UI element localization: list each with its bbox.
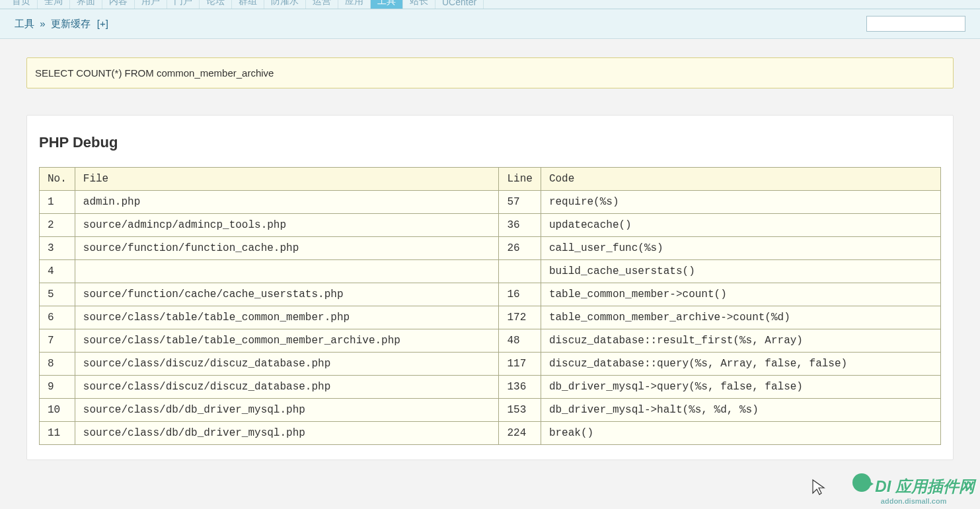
nav-tab-12[interactable]: 站长	[403, 0, 435, 9]
nav-tab-7[interactable]: 群组	[232, 0, 264, 9]
cell-file: source/class/table/table_common_member_a…	[75, 329, 499, 353]
nav-tab-13[interactable]: UCenter	[435, 0, 484, 9]
table-row: 3source/function/function_cache.php26cal…	[40, 237, 941, 260]
table-row: 10source/class/db/db_driver_mysql.php153…	[40, 399, 941, 422]
table-row: 4build_cache_userstats()	[40, 260, 941, 283]
nav-tab-4[interactable]: 用户	[135, 0, 167, 9]
cell-line: 16	[499, 283, 541, 306]
col-code: Code	[541, 168, 940, 191]
cell-code: build_cache_userstats()	[541, 260, 940, 283]
breadcrumb-separator: »	[40, 18, 45, 29]
col-file: File	[75, 168, 499, 191]
search-box	[866, 16, 965, 32]
cell-code: call_user_func(%s)	[541, 237, 940, 260]
cell-file: source/class/db/db_driver_mysql.php	[75, 422, 499, 445]
cell-no: 8	[40, 353, 75, 376]
cell-line: 136	[499, 376, 541, 399]
cell-no: 1	[40, 191, 75, 214]
cell-line: 48	[499, 329, 541, 353]
cell-file: source/admincp/admincp_tools.php	[75, 214, 499, 237]
cell-file: source/function/function_cache.php	[75, 237, 499, 260]
content-area: SELECT COUNT(*) FROM common_member_archi…	[0, 39, 980, 480]
table-row: 2source/admincp/admincp_tools.php36updat…	[40, 214, 941, 237]
nav-tab-0[interactable]: 首页	[5, 0, 38, 9]
cell-file	[75, 260, 499, 283]
cell-file: source/function/cache/cache_userstats.ph…	[75, 283, 499, 306]
table-header-row: No. File Line Code	[40, 168, 941, 191]
table-row: 1admin.php57require(%s)	[40, 191, 941, 214]
nav-tab-2[interactable]: 界面	[70, 0, 102, 9]
table-row: 8source/class/discuz/discuz_database.php…	[40, 353, 941, 376]
cell-code: discuz_database::result_first(%s, Array)	[541, 329, 940, 353]
table-row: 9source/class/discuz/discuz_database.php…	[40, 376, 941, 399]
cell-line: 224	[499, 422, 541, 445]
cell-code: updatecache()	[541, 214, 940, 237]
cell-line: 153	[499, 399, 541, 422]
search-input[interactable]	[866, 16, 965, 32]
debug-panel: PHP Debug No. File Line Code 1admin.php5…	[26, 115, 954, 460]
breadcrumb-current[interactable]: 更新缓存	[51, 18, 91, 29]
cell-file: source/class/table/table_common_member.p…	[75, 306, 499, 329]
cell-no: 10	[40, 399, 75, 422]
debug-table: No. File Line Code 1admin.php57require(%…	[39, 167, 941, 445]
cell-line: 36	[499, 214, 541, 237]
cell-no: 11	[40, 422, 75, 445]
debug-title: PHP Debug	[39, 134, 941, 151]
cell-line: 172	[499, 306, 541, 329]
cell-no: 5	[40, 283, 75, 306]
cell-line: 26	[499, 237, 541, 260]
cell-line	[499, 260, 541, 283]
table-row: 7source/class/table/table_common_member_…	[40, 329, 941, 353]
nav-tab-11[interactable]: 工具	[371, 0, 403, 9]
top-nav: 首页全局界面内容用户门户论坛群组防灌水运营应用工具站长UCenter	[0, 0, 980, 9]
cell-code: db_driver_mysql->query(%s, false, false)	[541, 376, 940, 399]
cell-file: source/class/discuz/discuz_database.php	[75, 376, 499, 399]
nav-tab-9[interactable]: 运营	[306, 0, 338, 9]
col-no: No.	[40, 168, 75, 191]
cell-code: require(%s)	[541, 191, 940, 214]
sql-text: SELECT COUNT(*) FROM common_member_archi…	[35, 67, 274, 79]
cell-no: 2	[40, 214, 75, 237]
table-row: 6source/class/table/table_common_member.…	[40, 306, 941, 329]
cell-line: 117	[499, 353, 541, 376]
table-row: 11source/class/db/db_driver_mysql.php224…	[40, 422, 941, 445]
table-row: 5source/function/cache/cache_userstats.p…	[40, 283, 941, 306]
cell-code: break()	[541, 422, 940, 445]
nav-tab-6[interactable]: 论坛	[200, 0, 232, 9]
sub-toolbar: 工具 » 更新缓存 [+]	[0, 9, 980, 39]
nav-tab-5[interactable]: 门户	[167, 0, 200, 9]
breadcrumb-add[interactable]: [+]	[97, 18, 108, 29]
cell-no: 6	[40, 306, 75, 329]
col-line: Line	[499, 168, 541, 191]
nav-tab-1[interactable]: 全局	[38, 0, 70, 9]
nav-tab-3[interactable]: 内容	[102, 0, 135, 9]
breadcrumb: 工具 » 更新缓存 [+]	[15, 18, 108, 30]
cell-file: source/class/db/db_driver_mysql.php	[75, 399, 499, 422]
cell-line: 57	[499, 191, 541, 214]
cell-code: discuz_database::query(%s, Array, false,…	[541, 353, 940, 376]
cell-code: table_common_member_archive->count(%d)	[541, 306, 940, 329]
nav-tab-10[interactable]: 应用	[338, 0, 371, 9]
nav-tab-8[interactable]: 防灌水	[264, 0, 306, 9]
cell-no: 3	[40, 237, 75, 260]
cell-no: 9	[40, 376, 75, 399]
cell-file: admin.php	[75, 191, 499, 214]
breadcrumb-root[interactable]: 工具	[15, 18, 34, 29]
cell-code: db_driver_mysql->halt(%s, %d, %s)	[541, 399, 940, 422]
cell-code: table_common_member->count()	[541, 283, 940, 306]
cell-no: 7	[40, 329, 75, 353]
cell-file: source/class/discuz/discuz_database.php	[75, 353, 499, 376]
cell-no: 4	[40, 260, 75, 283]
sql-error-box: SELECT COUNT(*) FROM common_member_archi…	[26, 57, 954, 88]
